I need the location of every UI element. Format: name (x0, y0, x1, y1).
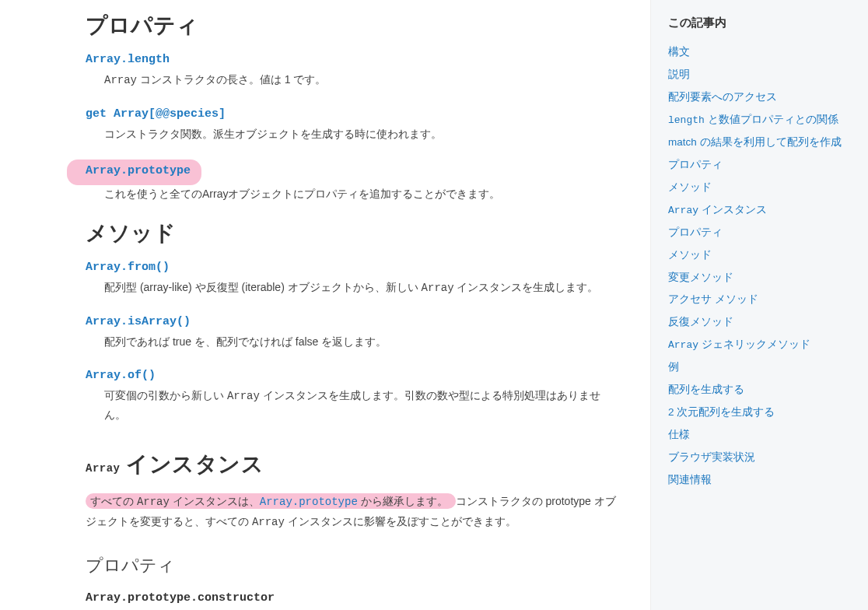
code-array: Array (227, 390, 260, 402)
instances-intro: すべての Array インスタンスは、Array.prototype から継承し… (86, 492, 619, 532)
toc-sidebar: この記事内 構文説明配列要素へのアクセスlength と数値プロパティとの関係m… (650, 0, 868, 610)
method-array-isarray-link[interactable]: Array.isArray() (86, 315, 191, 328)
def-item: get Array[@@species] コンストラクタ関数。派生オブジェクトを… (86, 106, 619, 144)
toc-link[interactable]: ブラウザ実装状況 (668, 447, 851, 469)
prop-constructor: Array.prototype.constructor (86, 591, 275, 605)
toc-link[interactable]: 配列要素へのアクセス (668, 86, 851, 109)
def-item: Array.length Array コンストラクタの長さ。値は 1 です。 (86, 51, 619, 90)
toc-list: 構文説明配列要素へのアクセスlength と数値プロパティとの関係match の… (668, 41, 851, 492)
def-desc: これを使うと全てのArrayオブジェクトにプロパティを追加することができます。 (86, 185, 619, 204)
toc-link[interactable]: メソッド (668, 244, 851, 267)
toc-link[interactable]: 仕様 (668, 424, 851, 447)
main-content: プロパティ Array.length Array コンストラクタの長さ。値は 1… (0, 0, 650, 610)
def-item: Array.isArray() 配列であれば true を、配列でなければ fa… (86, 314, 619, 352)
highlight-annotation: Array.prototype (67, 160, 201, 185)
def-item: Array.of() 可変個の引数から新しい Array インスタンスを生成しま… (86, 367, 619, 425)
toc-link[interactable]: Array ジェネリックメソッド (668, 334, 851, 356)
toc-link[interactable]: 反復メソッド (668, 311, 851, 334)
section-title-properties: プロパティ (86, 11, 619, 40)
def-desc: コンストラクタ関数。派生オブジェクトを生成する時に使われます。 (86, 125, 619, 144)
def-desc: 配列型 (array-like) や反復型 (iterable) オブジェクトか… (86, 279, 619, 298)
toc-link[interactable]: length と数値プロパティとの関係 (668, 109, 851, 131)
toc-link[interactable]: 2 次元配列を生成する (668, 401, 851, 424)
section-title-instances: Array インスタンス (86, 450, 619, 479)
prop-array-prototype-link[interactable]: Array.prototype (86, 164, 191, 177)
toc-title: この記事内 (668, 16, 851, 30)
code-array: Array (104, 74, 137, 86)
prop-array-length-link[interactable]: Array.length (86, 53, 170, 66)
section-title-methods: メソッド (86, 219, 619, 248)
def-item: Array.prototype これを使うと全てのArrayオブジェクトにプロパ… (86, 160, 619, 204)
array-prototype-link[interactable]: Array.prototype (260, 496, 358, 508)
toc-link[interactable]: アクセサ メソッド (668, 289, 851, 311)
method-array-from-link[interactable]: Array.from() (86, 261, 170, 274)
toc-link[interactable]: 関連情報 (668, 469, 851, 492)
def-desc: 配列であれば true を、配列でなければ false を返します。 (86, 333, 619, 352)
toc-link[interactable]: プロパティ (668, 222, 851, 244)
toc-link[interactable]: match の結果を利用して配列を作成 (668, 131, 851, 154)
toc-link[interactable]: 変更メソッド (668, 267, 851, 289)
def-item: Array.from() 配列型 (array-like) や反復型 (iter… (86, 259, 619, 298)
toc-link[interactable]: プロパティ (668, 154, 851, 177)
def-desc: 可変個の引数から新しい Array インスタンスを生成します。引数の数や型による… (86, 387, 619, 425)
toc-link[interactable]: 説明 (668, 64, 851, 86)
def-item: Array.prototype.constructor オブジェクトのプロトタイ… (86, 590, 619, 610)
code-array: Array (422, 282, 454, 294)
sub-section-properties: プロパティ (86, 554, 619, 577)
def-desc: Array コンストラクタの長さ。値は 1 です。 (86, 71, 619, 90)
toc-link[interactable]: Array インスタンス (668, 199, 851, 222)
toc-link[interactable]: 例 (668, 356, 851, 379)
toc-link[interactable]: 配列を生成する (668, 379, 851, 401)
highlight-annotation: すべての Array インスタンスは、Array.prototype から継承し… (86, 493, 456, 509)
toc-link[interactable]: メソッド (668, 177, 851, 199)
toc-link[interactable]: 構文 (668, 41, 851, 64)
method-array-of-link[interactable]: Array.of() (86, 369, 156, 382)
prop-array-species-link[interactable]: get Array[@@species] (86, 107, 226, 121)
